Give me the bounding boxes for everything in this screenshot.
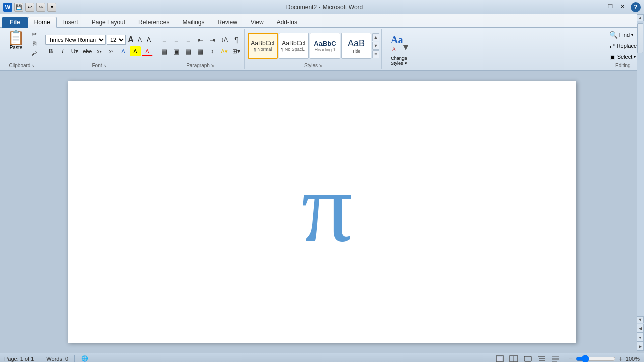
font-family-select[interactable]: Times New Roman	[45, 35, 106, 45]
paragraph-expand-icon[interactable]: ↘	[211, 63, 214, 68]
save-quick-btn[interactable]: 💾	[14, 3, 23, 12]
clipboard-expand-icon[interactable]: ↘	[31, 63, 35, 68]
cut-btn[interactable]: ✂	[29, 30, 40, 39]
bullets-btn[interactable]: ≡	[158, 35, 170, 45]
sort-btn[interactable]: ↕A	[219, 35, 230, 45]
restore-btn[interactable]: ❐	[605, 2, 616, 11]
svg-marker-2	[403, 45, 408, 50]
shrink-font-btn[interactable]: A	[136, 36, 144, 44]
close-btn[interactable]: ✕	[617, 2, 628, 11]
underline-btn[interactable]: U▾	[69, 46, 80, 56]
increase-indent-btn[interactable]: ⇥	[207, 35, 218, 45]
web-layout-btn[interactable]	[522, 355, 533, 363]
pi-symbol: π	[302, 157, 353, 257]
tab-mailings[interactable]: Mailings	[176, 17, 211, 28]
show-marks-btn[interactable]: ¶	[231, 35, 242, 45]
change-styles-icon: Aa A	[390, 32, 408, 56]
align-center-btn[interactable]: ▣	[171, 46, 182, 56]
style-normal[interactable]: AaBbCcI ¶ Normal	[248, 33, 278, 59]
line-spacing-btn[interactable]: ↕	[207, 46, 218, 56]
titlebar: W 💾 ↩ ↪ ▾ Document2 - Microsoft Word ─ ❐…	[0, 0, 644, 14]
paste-btn[interactable]: 📋 Paste	[4, 30, 28, 62]
style-heading1[interactable]: AaBbC‌ Heading 1	[310, 33, 340, 59]
outline-btn[interactable]	[536, 355, 547, 363]
select-label: Select	[617, 54, 633, 60]
svg-text:Aa: Aa	[391, 34, 403, 45]
help-btn[interactable]: ?	[631, 2, 641, 12]
subscript-btn[interactable]: x₂	[94, 46, 105, 56]
styles-expand-icon[interactable]: ↘	[319, 63, 323, 68]
window-controls: ─ ❐ ✕ ?	[593, 2, 641, 12]
copy-btn[interactable]: ⎘	[29, 39, 40, 48]
page-status: Page: 1 of 1	[4, 356, 34, 362]
shading-btn[interactable]: A▾	[219, 46, 230, 56]
gallery-more[interactable]: ≡	[372, 50, 379, 58]
document-page[interactable]: · π	[68, 81, 576, 343]
find-dropdown[interactable]: ▾	[631, 33, 633, 37]
strikethrough-btn[interactable]: abc	[82, 46, 93, 56]
tab-view[interactable]: View	[244, 17, 270, 28]
format-painter-btn[interactable]: 🖌	[29, 49, 40, 58]
scroll-prev-page-btn[interactable]: ◀	[637, 324, 644, 333]
font-color-btn[interactable]: A	[142, 46, 153, 56]
tab-page-layout[interactable]: Page Layout	[85, 17, 132, 28]
font-group: Times New Roman 12 A A A B I U▾ abc x₂ x…	[43, 29, 155, 69]
style-title[interactable]: AaB Title	[341, 33, 371, 59]
decrease-indent-btn[interactable]: ⇤	[195, 35, 206, 45]
replace-btn[interactable]: ⇄ Replace	[606, 41, 640, 51]
paragraph-group: ≡ ≡ ≡ ⇤ ⇥ ↕A ¶ ▤ ▣ ▤ ▦ ↕ A▾ ⊞▾	[156, 29, 245, 69]
select-btn[interactable]: ▣ Select ▾	[606, 52, 640, 62]
ribbon-spacer	[416, 29, 603, 69]
style-no-spacing[interactable]: AaBbCcI ¶ No Spaci...	[279, 33, 309, 59]
scroll-select-browse-btn[interactable]: ●	[637, 333, 644, 342]
tab-insert[interactable]: Insert	[57, 17, 85, 28]
customize-quick-btn[interactable]: ▾	[47, 3, 56, 12]
scroll-track[interactable]	[637, 21, 644, 316]
draft-btn[interactable]	[550, 355, 561, 363]
tab-home[interactable]: Home	[28, 17, 57, 28]
scroll-up-btn[interactable]: ▲	[637, 14, 644, 21]
gallery-scroll-up[interactable]: ▲	[372, 33, 379, 41]
grow-font-btn[interactable]: A	[127, 36, 135, 44]
full-reading-btn[interactable]	[508, 355, 519, 363]
print-layout-btn[interactable]	[494, 355, 505, 363]
language-status: 🌐	[81, 355, 88, 362]
tab-file[interactable]: File	[2, 17, 28, 28]
align-right-btn[interactable]: ▤	[183, 46, 194, 56]
bold-btn[interactable]: B	[45, 46, 56, 56]
select-dropdown[interactable]: ▾	[634, 55, 636, 59]
zoom-in-btn[interactable]: +	[619, 355, 623, 363]
redo-quick-btn[interactable]: ↪	[36, 3, 45, 12]
font-size-select[interactable]: 12	[107, 35, 126, 45]
font-expand-icon[interactable]: ↘	[103, 63, 107, 68]
svg-rect-4	[497, 357, 502, 361]
find-btn[interactable]: 🔍 Find ▾	[606, 30, 640, 40]
tab-review[interactable]: Review	[211, 17, 244, 28]
scroll-thumb[interactable]	[637, 23, 643, 53]
multilevel-btn[interactable]: ≡	[183, 35, 194, 45]
italic-btn[interactable]: I	[57, 46, 68, 56]
editing-group: 🔍 Find ▾ ⇄ Replace ▣ Select ▾ Editing	[604, 29, 642, 69]
change-styles-btn[interactable]: Aa A ChangeStyles ▾	[385, 30, 413, 68]
superscript-btn[interactable]: x²	[106, 46, 117, 56]
text-effects-btn[interactable]: A	[118, 46, 129, 56]
align-left-btn[interactable]: ▤	[158, 46, 170, 56]
tab-references[interactable]: References	[132, 17, 176, 28]
clipboard-small-btns: ✂ ⎘ 🖌	[29, 30, 40, 62]
clear-format-btn[interactable]: A	[145, 36, 153, 44]
tab-addins[interactable]: Add-Ins	[270, 17, 304, 28]
highlight-btn[interactable]: A	[130, 46, 141, 56]
zoom-out-btn[interactable]: −	[568, 355, 572, 363]
scroll-down-btn[interactable]: ▼	[637, 316, 644, 323]
paste-icon: 📋	[7, 31, 25, 45]
zoom-slider[interactable]	[576, 355, 616, 363]
numbering-btn[interactable]: ≡	[171, 35, 182, 45]
zoom-percentage[interactable]: 100%	[626, 356, 640, 362]
gallery-scroll-down[interactable]: ▼	[372, 42, 379, 50]
minimize-btn[interactable]: ─	[593, 2, 604, 11]
scroll-next-page-btn[interactable]: ▶	[637, 342, 644, 351]
document-area[interactable]: · π	[0, 71, 644, 353]
undo-quick-btn[interactable]: ↩	[25, 3, 34, 12]
justify-btn[interactable]: ▦	[195, 46, 206, 56]
borders-btn[interactable]: ⊞▾	[231, 46, 242, 56]
